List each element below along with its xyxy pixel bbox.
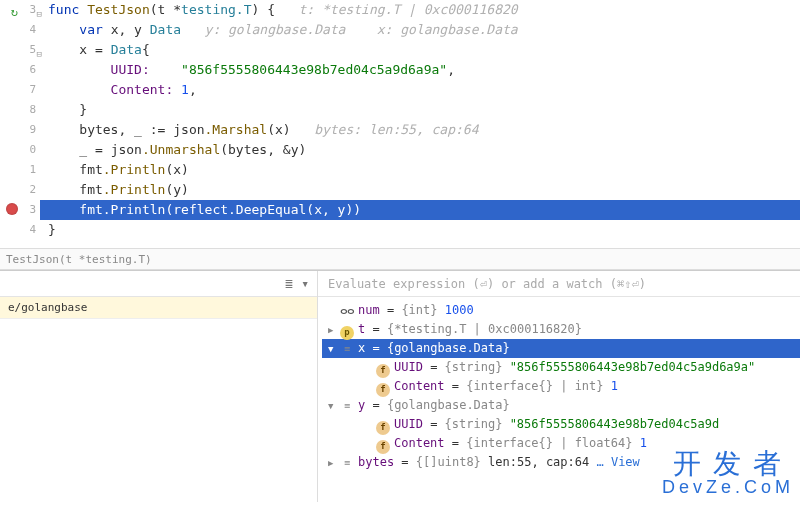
watch-input[interactable]: Evaluate expression (⏎) or add a watch (… [318,271,800,297]
field-badge-icon: f [376,440,390,454]
var-y[interactable]: ▼≡y = {golangbase.Data} [322,396,800,415]
param-badge-icon: p [340,326,354,340]
chevron-down-icon[interactable]: ▼ [328,340,340,359]
line-number: 2 [29,183,36,196]
breakpoint-icon[interactable] [6,203,18,215]
line-number: 3 [29,3,36,16]
chevron-right-icon[interactable]: ▶ [328,454,340,473]
view-bytes-link[interactable]: … View [596,455,639,469]
variables-panel[interactable]: Evaluate expression (⏎) or add a watch (… [318,271,800,502]
struct-icon: ≡ [340,339,354,358]
debug-panel: ≣ ▾ e/golangbase Evaluate expression (⏎)… [0,270,800,502]
var-bytes[interactable]: ▶≡bytes = {[]uint8} len:55, cap:64 … Vie… [322,453,800,472]
line-number: 6 [29,63,36,76]
var-num[interactable]: ⴰⴰnum = {int} 1000 [322,301,800,320]
line-number: 0 [29,143,36,156]
line-number: 3 [29,203,36,216]
frames-panel[interactable]: ≣ ▾ e/golangbase [0,271,318,502]
line-number: 9 [29,123,36,136]
line-number: 4 [29,223,36,236]
current-exec-line: fmt.Println(reflect.DeepEqual(x, y)) [40,200,800,220]
inline-hint: y: golangbase.Data x: golangbase.Data [181,22,518,37]
code-area[interactable]: func TestJson(t *testing.T) { t: *testin… [40,0,800,240]
line-number: 8 [29,103,36,116]
stack-frame[interactable]: e/golangbase [0,297,317,319]
field-badge-icon: f [376,364,390,378]
editor-gutter: ↻3⊟ 4 5⊟ 6 7 8 9 0 1 2 3 4 [0,0,40,240]
slice-icon: ≡ [340,453,354,472]
double-circle-icon: ⴰⴰ [340,301,354,320]
var-x-uuid[interactable]: fUUID = {string} "856f5555806443e98b7ed0… [322,358,800,377]
code-editor[interactable]: ↻3⊟ 4 5⊟ 6 7 8 9 0 1 2 3 4 func TestJson… [0,0,800,248]
field-badge-icon: f [376,421,390,435]
field-badge-icon: f [376,383,390,397]
run-test-icon[interactable]: ↻ [11,2,18,22]
inline-hint: bytes: len:55, cap:64 [291,122,479,137]
filter-icon[interactable]: ≣ [285,276,293,291]
var-x[interactable]: ▼≡x = {golangbase.Data} [322,339,800,358]
struct-icon: ≡ [340,396,354,415]
inline-hint: t: *testing.T | 0xc000116820 [275,2,518,17]
breadcrumb[interactable]: TestJson(t *testing.T) [0,248,800,270]
line-number: 7 [29,83,36,96]
var-y-content[interactable]: fContent = {interface{} | float64} 1 [322,434,800,453]
line-number: 5 [29,43,36,56]
var-y-uuid[interactable]: fUUID = {string} "856f5555806443e98b7ed0… [322,415,800,434]
chevron-down-icon[interactable]: ▾ [301,276,309,291]
var-t[interactable]: ▶pt = {*testing.T | 0xc000116820} [322,320,800,339]
var-x-content[interactable]: fContent = {interface{} | int} 1 [322,377,800,396]
line-number: 1 [29,163,36,176]
chevron-down-icon[interactable]: ▼ [328,397,340,416]
chevron-right-icon[interactable]: ▶ [328,321,340,340]
line-number: 4 [29,23,36,36]
